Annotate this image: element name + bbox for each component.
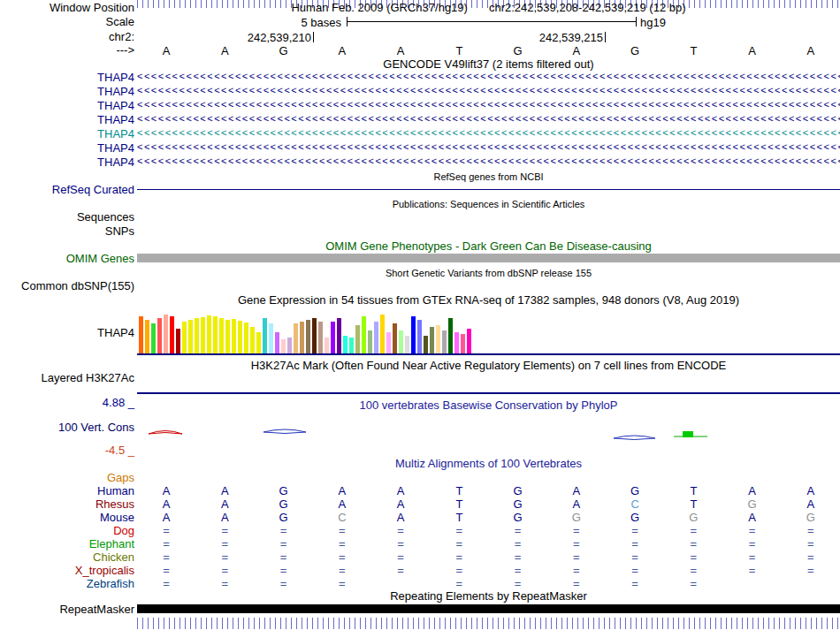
- gencode-transcript-label[interactable]: THAP4: [0, 141, 134, 155]
- gtex-tissue-bar[interactable]: [349, 338, 354, 353]
- gtex-tissue-bar[interactable]: [393, 323, 397, 353]
- multiz-cell: =: [547, 524, 606, 537]
- gtex-tissue-bar[interactable]: [195, 318, 199, 353]
- gtex-tissue-bar[interactable]: [362, 316, 366, 353]
- gtex-tissue-bar[interactable]: [306, 320, 310, 353]
- multiz-cell: =: [313, 564, 371, 577]
- gtex-tissue-bar[interactable]: [151, 323, 156, 353]
- gencode-transcript-arrows[interactable]: <<<<<<<<<<<<<<<<<<<<<<<<<<<<<<<<<<<<<<<<…: [137, 71, 840, 83]
- gtex-tissue-bar[interactable]: [461, 334, 465, 353]
- gtex-tissue-bar[interactable]: [430, 327, 434, 353]
- h3k27ac-track-line[interactable]: [137, 392, 840, 394]
- gencode-transcript-label[interactable]: THAP4: [0, 156, 134, 169]
- gtex-tissue-bar[interactable]: [368, 330, 372, 353]
- gtex-tissue-bar[interactable]: [318, 322, 323, 353]
- gtex-tissue-bar[interactable]: [287, 338, 292, 353]
- gtex-tissue-bar[interactable]: [424, 336, 428, 353]
- multiz-species-label[interactable]: Mouse: [0, 511, 134, 524]
- track-label-refseq-curated[interactable]: RefSeq Curated: [0, 184, 134, 195]
- multiz-cell: G: [547, 511, 606, 524]
- gtex-tissue-bar[interactable]: [244, 323, 248, 353]
- gtex-tissue-bar[interactable]: [139, 316, 143, 353]
- gencode-transcript-label[interactable]: THAP4: [0, 71, 134, 84]
- track-label-100-vert-cons[interactable]: 100 Vert. Cons: [0, 421, 134, 433]
- gtex-tissue-bar[interactable]: [182, 322, 187, 353]
- gtex-tissue-bar[interactable]: [355, 325, 360, 353]
- refseq-track-line[interactable]: [137, 189, 840, 190]
- gtex-tissue-bar[interactable]: [232, 319, 236, 353]
- track-label-sequences[interactable]: Sequences: [0, 211, 134, 223]
- gtex-tissue-bar[interactable]: [145, 320, 149, 353]
- multiz-species-label[interactable]: Rhesus: [0, 497, 134, 511]
- gtex-tissue-bar[interactable]: [263, 318, 267, 353]
- gencode-transcript-arrows[interactable]: <<<<<<<<<<<<<<<<<<<<<<<<<<<<<<<<<<<<<<<<…: [137, 156, 840, 168]
- gencode-transcript-label[interactable]: THAP4: [0, 127, 134, 140]
- gtex-tissue-bar[interactable]: [269, 323, 273, 353]
- gtex-tissue-bar[interactable]: [164, 315, 168, 353]
- multiz-cell: G: [489, 511, 547, 524]
- gencode-transcript-arrows[interactable]: <<<<<<<<<<<<<<<<<<<<<<<<<<<<<<<<<<<<<<<<…: [137, 141, 840, 154]
- gtex-tissue-bar[interactable]: [374, 322, 378, 353]
- track-label-gaps[interactable]: Gaps: [0, 472, 134, 483]
- gtex-tissue-bar[interactable]: [467, 329, 471, 353]
- gtex-tissue-bar[interactable]: [219, 318, 224, 353]
- gtex-tissue-bar[interactable]: [417, 320, 422, 353]
- gtex-tissue-bar[interactable]: [213, 316, 218, 353]
- gtex-tissue-bar[interactable]: [380, 315, 385, 353]
- gtex-tissue-bar[interactable]: [201, 317, 205, 353]
- track-label-snps[interactable]: SNPs: [0, 225, 134, 237]
- multiz-cell: A: [313, 497, 371, 511]
- gtex-tissue-bar[interactable]: [436, 325, 440, 353]
- conservation-plot[interactable]: [137, 396, 840, 458]
- multiz-species-label[interactable]: Dog: [0, 524, 134, 537]
- gtex-tissue-bar[interactable]: [300, 322, 304, 353]
- track-label-omim-genes[interactable]: OMIM Genes: [0, 253, 134, 264]
- scale-label: Scale: [0, 16, 134, 27]
- gencode-transcript-arrows[interactable]: <<<<<<<<<<<<<<<<<<<<<<<<<<<<<<<<<<<<<<<<…: [137, 85, 840, 97]
- multiz-species-label[interactable]: Elephant: [0, 537, 134, 550]
- multiz-cell: =: [664, 550, 722, 564]
- multiz-cell: =: [664, 537, 722, 550]
- repeatmasker-track-bar[interactable]: [137, 604, 840, 613]
- gtex-tissue-bar[interactable]: [448, 318, 453, 353]
- gtex-tissue-bar[interactable]: [188, 320, 193, 353]
- gtex-tissue-bar[interactable]: [157, 318, 162, 353]
- multiz-species-label[interactable]: Human: [0, 484, 134, 497]
- gtex-tissue-bar[interactable]: [250, 327, 255, 353]
- gtex-tissue-bar[interactable]: [411, 316, 416, 353]
- multiz-species-label[interactable]: X_tropicalis: [0, 564, 134, 577]
- gtex-tissue-bar[interactable]: [312, 318, 317, 353]
- gtex-tissue-bar[interactable]: [207, 315, 211, 353]
- gtex-tissue-bar[interactable]: [238, 321, 242, 353]
- gtex-tissue-bar[interactable]: [256, 332, 261, 353]
- gtex-tissue-bar[interactable]: [176, 329, 180, 353]
- track-label-h3k27ac[interactable]: Layered H3K27Ac: [0, 372, 134, 383]
- gtex-tissue-bar[interactable]: [343, 336, 347, 353]
- gencode-transcript-label[interactable]: THAP4: [0, 99, 134, 112]
- gencode-transcript-label[interactable]: THAP4: [0, 113, 134, 126]
- track-label-common-dbsnp[interactable]: Common dbSNP(155): [0, 280, 134, 292]
- gtex-tissue-bar[interactable]: [399, 330, 403, 353]
- gtex-tissue-bar[interactable]: [442, 330, 447, 353]
- gencode-transcript-arrows[interactable]: <<<<<<<<<<<<<<<<<<<<<<<<<<<<<<<<<<<<<<<<…: [137, 113, 840, 125]
- gencode-transcript-arrows[interactable]: <<<<<<<<<<<<<<<<<<<<<<<<<<<<<<<<<<<<<<<<…: [137, 127, 840, 140]
- gencode-transcript-arrows[interactable]: <<<<<<<<<<<<<<<<<<<<<<<<<<<<<<<<<<<<<<<<…: [137, 99, 840, 111]
- track-label-gtex-thap4[interactable]: THAP4: [0, 327, 134, 338]
- gtex-tissue-bar[interactable]: [281, 339, 286, 353]
- gtex-tissue-bar[interactable]: [325, 338, 329, 353]
- gencode-transcript-label[interactable]: THAP4: [0, 85, 134, 98]
- gtex-tissue-bar[interactable]: [294, 323, 298, 353]
- gtex-tissue-bar[interactable]: [386, 332, 391, 353]
- gtex-tissue-bar[interactable]: [170, 316, 174, 353]
- multiz-species-label[interactable]: Zebrafish: [0, 577, 134, 590]
- track-label-repeatmasker[interactable]: RepeatMasker: [0, 603, 134, 615]
- omim-track-bar[interactable]: [137, 254, 840, 262]
- gtex-tissue-bar[interactable]: [275, 332, 279, 353]
- gtex-tissue-bar[interactable]: [331, 322, 335, 353]
- gtex-tissue-bar[interactable]: [405, 336, 409, 353]
- gtex-tissue-bar[interactable]: [225, 320, 230, 353]
- multiz-species-label[interactable]: Chicken: [0, 550, 134, 564]
- base-letter: A: [723, 44, 782, 57]
- gtex-tissue-bar[interactable]: [337, 318, 341, 353]
- gtex-tissue-bar[interactable]: [454, 332, 459, 353]
